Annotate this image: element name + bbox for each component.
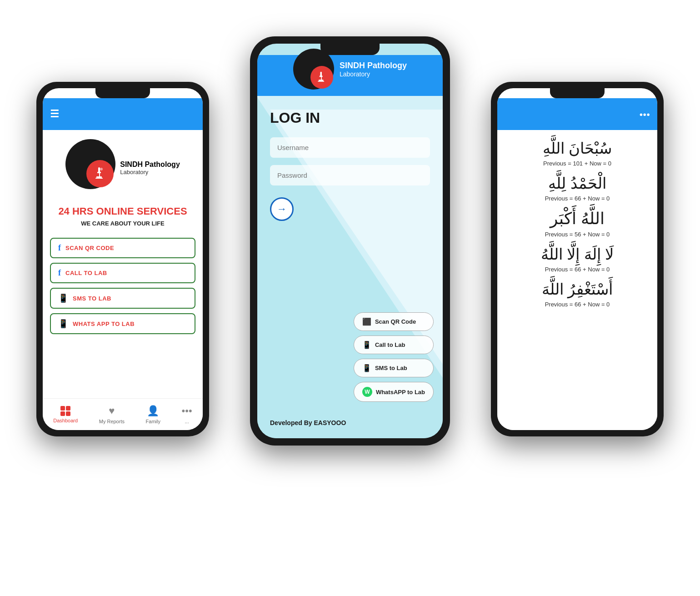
arabic-count-2: Previous = 66 + Now = 0 (545, 195, 610, 202)
svg-rect-7 (320, 76, 323, 77)
svg-rect-4 (95, 178, 103, 179)
center-microscope-icon (310, 66, 333, 89)
arabic-text-1: سُبْحَانَ اللَّهِ (543, 139, 612, 157)
footer-dashboard[interactable]: Dashboard (53, 406, 78, 423)
footer-family[interactable]: 👤 Family (146, 405, 160, 424)
svg-rect-3 (99, 173, 100, 177)
right-phone-inner: ●●● سُبْحَانَ اللَّهِ Previous = 101 + N… (497, 88, 657, 430)
center-header: SINDH Pathology Laboratory (257, 55, 443, 96)
left-footer: Dashboard ♥ My Reports 👤 Family ••• ... (43, 398, 203, 430)
svg-rect-9 (321, 77, 322, 80)
dev-credit: Developed By EASYOOO (270, 419, 346, 426)
left-header: ☰ (43, 98, 203, 130)
arabic-count-5: Previous = 66 + Now = 0 (545, 301, 610, 308)
left-phone-inner: ☰ (43, 88, 203, 430)
dashboard-icon (60, 406, 70, 416)
left-phone: ☰ (36, 82, 209, 436)
scan-qr-center-label: Scan QR Code (375, 318, 416, 325)
logo-circle (65, 139, 115, 189)
left-notch (95, 88, 150, 98)
my-reports-label: My Reports (99, 419, 125, 424)
right-status: ●●● (639, 111, 650, 118)
sms-to-lab-label: SMS TO LAB (73, 295, 111, 302)
center-lab-label: Laboratory (340, 70, 407, 78)
login-submit-button[interactable]: → (270, 197, 294, 221)
heart-icon: ♥ (109, 405, 115, 417)
arabic-count-1: Previous = 101 + Now = 0 (543, 160, 611, 167)
more-icon: ••• (182, 405, 192, 417)
whatsapp-lab-center-label: WhatsAPP to Lab (376, 389, 425, 396)
sms-lab-center-label: SMS to Lab (375, 365, 407, 371)
call-to-lab-button[interactable]: f CALL TO LAB (50, 263, 195, 283)
scan-qr-center-button[interactable]: ⬛ Scan QR Code (354, 312, 434, 331)
call-to-lab-label: CALL TO LAB (65, 270, 107, 276)
arabic-text-2: الْحَمْدُ لِلَّهِ (548, 174, 606, 192)
dhikr-item-4: لَا إِلَهَ إِلَّا اللَّهُ Previous = 66 … (505, 245, 650, 273)
right-notch (550, 88, 605, 98)
tagline: 24 HRS ONLINE SERVICES (58, 205, 187, 217)
logo-area: SINDH Pathology Laboratory (65, 139, 180, 196)
sub-tagline: WE CARE ABOUT YOUR LIFE (81, 220, 164, 227)
sms-icon: 📱 (362, 364, 371, 372)
right-header: ●●● (497, 98, 657, 130)
password-input[interactable] (270, 165, 430, 185)
dhikr-item-2: الْحَمْدُ لِلَّهِ Previous = 66 + Now = … (505, 174, 650, 202)
left-body: SINDH Pathology Laboratory 24 HRS ONLINE… (43, 130, 203, 398)
sms-lab-center-button[interactable]: 📱 SMS to Lab (354, 359, 434, 377)
dhikr-item-1: سُبْحَانَ اللَّهِ Previous = 101 + Now =… (505, 139, 650, 167)
microscope-icon (86, 160, 114, 187)
whatsapp-to-lab-button[interactable]: 📱 WHATS APP TO LAB (50, 313, 195, 334)
facebook-icon-1: f (58, 243, 61, 253)
call-lab-center-button[interactable]: 📱 Call to Lab (354, 336, 434, 354)
scan-qr-label: SCAN QR CODE (65, 245, 114, 251)
center-logo-text: SINDH Pathology Laboratory (340, 61, 407, 78)
center-bottom-buttons: ⬛ Scan QR Code 📱 Call to Lab 📱 SMS to La… (354, 312, 434, 402)
login-title: LOG IN (270, 110, 430, 126)
footer-my-reports[interactable]: ♥ My Reports (99, 405, 125, 424)
sms-to-lab-button[interactable]: 📱 SMS TO LAB (50, 288, 195, 309)
arabic-text-4: لَا إِلَهَ إِلَّا اللَّهُ (541, 245, 614, 263)
logo-text: SINDH Pathology Laboratory (120, 160, 180, 175)
arrow-icon: → (277, 203, 287, 215)
qr-icon: ⬛ (362, 317, 371, 326)
center-notch (320, 44, 380, 55)
svg-point-5 (100, 168, 103, 170)
dhikr-item-5: أَسْتَغْفِرُ اللَّهَ Previous = 66 + Now… (505, 280, 650, 308)
arabic-text-5: أَسْتَغْفِرُ اللَّهَ (542, 280, 613, 298)
more-label: ... (185, 419, 189, 424)
call-lab-center-label: Call to Lab (375, 341, 405, 348)
center-sindh-label: SINDH Pathology (340, 61, 407, 70)
svg-rect-10 (318, 81, 324, 82)
lab-label: Laboratory (120, 169, 180, 175)
scan-qr-button[interactable]: f SCAN QR CODE (50, 238, 195, 258)
whatsapp-lab-center-button[interactable]: W WhatsAPP to Lab (354, 382, 434, 402)
arabic-count-3: Previous = 56 + Now = 0 (545, 231, 610, 238)
arabic-count-4: Previous = 66 + Now = 0 (545, 266, 610, 273)
right-phone: ●●● سُبْحَانَ اللَّهِ Previous = 101 + N… (491, 82, 664, 436)
username-input[interactable] (270, 137, 430, 158)
phone-icon-1: 📱 (58, 293, 68, 303)
footer-more[interactable]: ••• ... (182, 405, 192, 424)
right-body: سُبْحَانَ اللَّهِ Previous = 101 + Now =… (497, 130, 657, 430)
phone-icon-2: 📱 (58, 319, 68, 329)
whatsapp-to-lab-label: WHATS APP TO LAB (73, 321, 135, 327)
arabic-text-3: اللَّهُ أَكْبَر (550, 209, 605, 228)
person-icon: 👤 (147, 405, 159, 417)
menu-icon[interactable]: ☰ (50, 108, 59, 120)
call-icon: 📱 (362, 341, 371, 349)
center-phone: SINDH Pathology Laboratory LOG IN → (250, 36, 450, 446)
main-scene: ☰ (0, 0, 700, 596)
whatsapp-icon: W (362, 387, 372, 397)
center-phone-inner: SINDH Pathology Laboratory LOG IN → (257, 44, 443, 438)
family-label: Family (146, 419, 160, 424)
dhikr-item-3: اللَّهُ أَكْبَر Previous = 56 + Now = 0 (505, 209, 650, 238)
center-body: LOG IN → ⬛ Scan QR Code 📱 Call to (257, 96, 443, 438)
dashboard-label: Dashboard (53, 418, 78, 423)
login-content: LOG IN → (257, 96, 443, 230)
facebook-icon-2: f (58, 268, 61, 278)
svg-rect-1 (97, 172, 101, 173)
sindh-label: SINDH Pathology (120, 160, 180, 169)
